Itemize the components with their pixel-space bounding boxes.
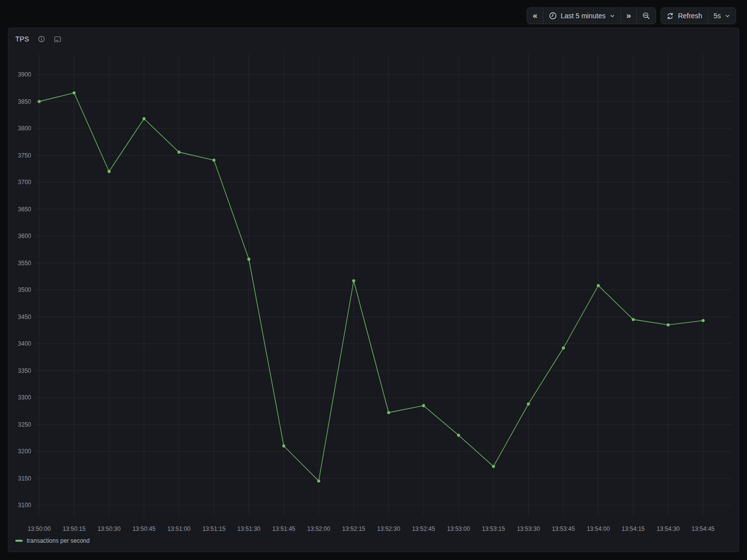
data-point[interactable] bbox=[597, 284, 600, 287]
time-range-picker[interactable]: Last 5 minutes bbox=[543, 8, 621, 24]
x-axis-label: 13:54:30 bbox=[657, 525, 680, 532]
y-axis-label: 3200 bbox=[18, 448, 31, 455]
panel-title[interactable]: TPS bbox=[15, 35, 29, 43]
data-point[interactable] bbox=[282, 444, 285, 447]
chevron-down-icon bbox=[610, 13, 615, 19]
x-axis-label: 13:54:00 bbox=[587, 525, 610, 532]
y-axis-label: 3600 bbox=[18, 233, 31, 240]
data-point[interactable] bbox=[317, 480, 320, 482]
data-point[interactable] bbox=[457, 434, 460, 437]
x-axis-label: 13:52:15 bbox=[342, 525, 366, 532]
y-axis-label: 3450 bbox=[18, 314, 31, 320]
y-axis-label: 3850 bbox=[18, 98, 31, 105]
data-point[interactable] bbox=[632, 318, 635, 321]
x-axis-label: 13:53:45 bbox=[552, 525, 575, 532]
data-point[interactable] bbox=[352, 279, 355, 282]
tps-chart[interactable]: 3100315032003250330033503400345035003550… bbox=[8, 46, 739, 536]
panel-header: TPS bbox=[8, 28, 739, 48]
y-axis-label: 3500 bbox=[18, 286, 31, 293]
x-axis-label: 13:53:00 bbox=[447, 525, 470, 532]
x-axis-label: 13:50:00 bbox=[28, 525, 51, 532]
time-shift-back-button[interactable]: « bbox=[527, 8, 542, 24]
data-point[interactable] bbox=[387, 411, 390, 414]
x-axis-label: 13:54:15 bbox=[622, 525, 645, 532]
refresh-button[interactable]: Refresh bbox=[661, 8, 707, 24]
y-axis-label: 3400 bbox=[18, 340, 31, 347]
chevron-down-icon bbox=[725, 13, 730, 19]
data-point[interactable] bbox=[562, 347, 565, 350]
refresh-group: Refresh 5s bbox=[661, 7, 736, 24]
clock-icon bbox=[549, 12, 557, 20]
refresh-label: Refresh bbox=[678, 12, 702, 20]
data-point[interactable] bbox=[177, 151, 180, 154]
double-chevron-right-icon: » bbox=[626, 11, 631, 20]
refresh-interval-dropdown[interactable]: 5s bbox=[707, 8, 736, 24]
tps-panel: TPS 310031503200325033003350340034503500… bbox=[8, 28, 739, 552]
refresh-interval-label: 5s bbox=[713, 12, 721, 20]
time-controls-toolbar: « Last 5 minutes » bbox=[527, 7, 736, 24]
x-axis-label: 13:53:30 bbox=[517, 525, 540, 532]
series-line bbox=[39, 93, 703, 481]
y-axis-label: 3550 bbox=[18, 260, 31, 267]
data-point[interactable] bbox=[492, 465, 495, 468]
legend-item[interactable]: transactions per second bbox=[15, 537, 89, 544]
data-point[interactable] bbox=[527, 402, 530, 405]
data-point[interactable] bbox=[142, 117, 145, 120]
info-icon[interactable] bbox=[38, 36, 45, 42]
data-point[interactable] bbox=[248, 258, 250, 261]
data-point[interactable] bbox=[73, 91, 76, 94]
legend: transactions per second bbox=[15, 537, 89, 544]
y-axis-label: 3800 bbox=[18, 125, 31, 132]
data-point[interactable] bbox=[108, 170, 111, 173]
y-axis-label: 3150 bbox=[18, 475, 31, 482]
data-point[interactable] bbox=[422, 404, 425, 407]
x-axis-label: 13:53:15 bbox=[482, 525, 505, 532]
y-axis-label: 3700 bbox=[18, 179, 31, 186]
x-axis-label: 13:51:30 bbox=[237, 525, 260, 532]
x-axis-label: 13:52:30 bbox=[377, 525, 400, 532]
data-point[interactable] bbox=[38, 100, 41, 103]
x-axis-label: 13:54:45 bbox=[692, 525, 715, 532]
y-axis-label: 3350 bbox=[18, 367, 31, 374]
panel-status-document-icon[interactable] bbox=[54, 36, 61, 42]
y-axis-label: 3300 bbox=[18, 394, 31, 401]
x-axis-label: 13:52:45 bbox=[412, 525, 435, 532]
refresh-icon bbox=[666, 12, 674, 20]
time-range-label: Last 5 minutes bbox=[561, 12, 606, 20]
x-axis-label: 13:51:45 bbox=[272, 525, 295, 532]
x-axis-label: 13:50:30 bbox=[97, 525, 121, 532]
x-axis-label: 13:50:15 bbox=[63, 525, 86, 532]
x-axis-label: 13:51:00 bbox=[167, 525, 191, 532]
y-axis-label: 3250 bbox=[18, 421, 31, 428]
time-shift-forward-button[interactable]: » bbox=[621, 8, 636, 24]
y-axis-label: 3100 bbox=[18, 502, 31, 509]
x-axis-label: 13:51:15 bbox=[203, 525, 226, 532]
y-axis-label: 3650 bbox=[18, 206, 31, 213]
zoom-out-button[interactable] bbox=[636, 8, 656, 24]
legend-label: transactions per second bbox=[27, 537, 89, 544]
x-axis-label: 13:50:45 bbox=[132, 525, 156, 532]
data-point[interactable] bbox=[702, 319, 705, 322]
data-point[interactable] bbox=[666, 323, 669, 326]
magnifier-minus-icon bbox=[642, 12, 650, 20]
legend-swatch bbox=[15, 540, 23, 542]
data-point[interactable] bbox=[212, 159, 215, 161]
double-chevron-left-icon: « bbox=[533, 11, 537, 20]
y-axis-label: 3900 bbox=[18, 71, 31, 78]
x-axis-label: 13:52:00 bbox=[307, 525, 331, 532]
time-picker-group: « Last 5 minutes » bbox=[527, 7, 656, 24]
y-axis-label: 3750 bbox=[18, 152, 31, 159]
